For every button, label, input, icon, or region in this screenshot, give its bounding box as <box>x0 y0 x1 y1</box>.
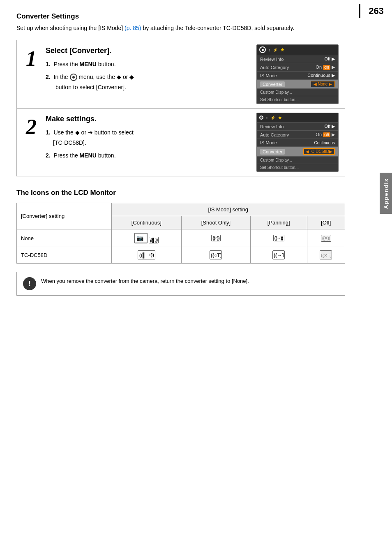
menu1-row-review: Review Info Off ▶ <box>257 55 338 63</box>
menu2-row-auto-cat: Auto Category On Off ▶ <box>257 131 338 139</box>
steps-container: 1 Select [Converter]. 1. Press the MENU … <box>16 40 345 176</box>
menu2-row-review: Review Info Off ▶ <box>257 123 338 131</box>
step-1-instructions: 1. Press the MENU button. 2. In the menu… <box>46 59 244 93</box>
tc-off-icon: ((✕T)) <box>307 247 345 264</box>
svg-text:((→T)): ((→T)) <box>274 252 284 258</box>
menu2-row-converter: Converter ◀TC-DC58D▶ <box>257 147 338 157</box>
camera-menu-2: ↕ ⚡ ★ Review Info Off ▶ Auto Category On… <box>256 113 339 172</box>
none-continuous-icon: 📷 ((▌)) <box>111 229 181 247</box>
step-2-image: ↕ ⚡ ★ Review Info Off ▶ Auto Category On… <box>250 109 345 176</box>
converter-settings-title: Converter Settings <box>16 12 345 21</box>
step-2-row: 2 Make settings. 1. Use the ◆ or ➜ butto… <box>17 109 345 176</box>
menu2-row-shortcut: Set Shortcut button... <box>257 164 338 171</box>
step-1-image: ↕ ⚡ ★ Review Info Off ▶ Auto Category On… <box>250 40 345 108</box>
step-2-heading: Make settings. <box>46 115 244 123</box>
lcd-table: [Converter] setting [IS Mode] setting [C… <box>16 203 345 264</box>
tc-label: TC-DC58D <box>17 247 112 264</box>
step-2-instructions: 1. Use the ◆ or ➜ button to select [TC-D… <box>46 127 244 161</box>
appendix-sidebar: Appendix <box>380 173 392 214</box>
warning-text: When you remove the converter from the c… <box>41 277 249 286</box>
warning-note: ! When you remove the converter from the… <box>16 272 345 296</box>
cam-mode-icon <box>259 46 266 53</box>
tc-shoot-only-icon: ((○T)) <box>182 247 251 264</box>
table-row-tc: TC-DC58D ((▌T)) ((○T)) <box>17 247 345 264</box>
col-continuous: [Continuous] <box>111 216 181 229</box>
svg-text:((▌: ((▌ <box>139 252 146 259</box>
cam-mode-icon-2 <box>259 116 263 120</box>
converter-col-header: [Converter] setting <box>17 203 112 229</box>
tc-continuous-icon: ((▌T)) <box>111 247 181 264</box>
step-1-content: Select [Converter]. 1. Press the MENU bu… <box>42 40 250 108</box>
step-2-number: 2 <box>17 109 42 176</box>
camera-menu-1: ↕ ⚡ ★ Review Info Off ▶ Auto Category On… <box>256 44 339 104</box>
col-panning: [Panning] <box>250 216 307 229</box>
warning-icon: ! <box>23 277 36 290</box>
step-1-number: 1 <box>17 40 42 108</box>
menu2-row-custom-display: Custom Display... <box>257 157 338 164</box>
menu1-row-is-mode: IS Mode Continuous ▶ <box>257 72 338 80</box>
menu1-row-custom-display: Custom Display... <box>257 89 338 96</box>
menu1-row-shortcut: Set Shortcut button... <box>257 96 338 104</box>
step-1-heading: Select [Converter]. <box>46 46 244 55</box>
is-mode-header: [IS Mode] setting <box>111 203 345 216</box>
menu2-row-is-mode: IS Mode Continuous <box>257 139 338 147</box>
tc-panning-icon: ((→T)) <box>250 247 307 264</box>
camera-menu-icon <box>70 74 77 81</box>
table-row-none: None 📷 ((▌)) ( <box>17 229 345 247</box>
step-1-row: 1 Select [Converter]. 1. Press the MENU … <box>17 40 345 109</box>
converter-settings-desc: Set up when shooting using the [IS Mode]… <box>16 24 345 32</box>
svg-text:((✕T)): ((✕T)) <box>321 253 331 258</box>
col-off: [Off] <box>307 216 345 229</box>
svg-text:((○T)): ((○T)) <box>211 252 221 258</box>
menu1-row-converter: Converter ◀ None ▶ <box>257 80 338 89</box>
none-panning-icon: ((→)) <box>250 229 307 247</box>
icon-none-continuous: 📷 <box>134 233 148 243</box>
svg-text:📷: 📷 <box>136 235 144 242</box>
step-2-content: Make settings. 1. Use the ◆ or ➜ button … <box>42 109 250 176</box>
menu1-row-auto-cat: Auto Category On Off ▶ <box>257 63 338 72</box>
none-shoot-only-icon: ((○)) <box>182 229 251 247</box>
page-number: 263 <box>359 4 392 18</box>
col-shoot-only: [Shoot Only] <box>182 216 251 229</box>
none-label: None <box>17 229 112 247</box>
page-link[interactable]: (p. 85) <box>125 25 141 31</box>
lcd-section-title: The Icons on the LCD Monitor <box>16 189 345 197</box>
none-off-icon: ((✕)) <box>307 229 345 247</box>
